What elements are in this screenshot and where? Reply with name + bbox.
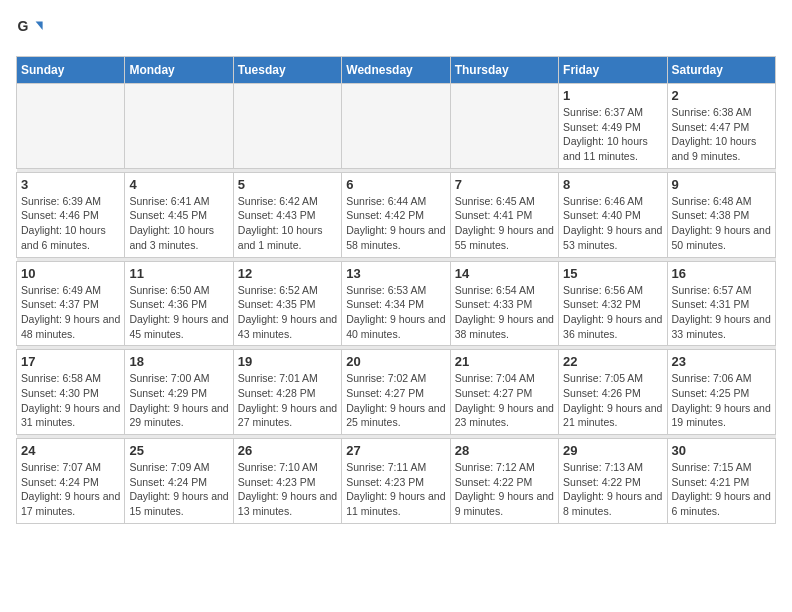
day-number: 17 bbox=[21, 354, 120, 369]
calendar-cell: 2Sunrise: 6:38 AM Sunset: 4:47 PM Daylig… bbox=[667, 84, 775, 169]
calendar-cell bbox=[342, 84, 450, 169]
day-info: Sunrise: 6:39 AM Sunset: 4:46 PM Dayligh… bbox=[21, 194, 120, 253]
day-info: Sunrise: 6:38 AM Sunset: 4:47 PM Dayligh… bbox=[672, 105, 771, 164]
calendar-cell bbox=[125, 84, 233, 169]
calendar-header-monday: Monday bbox=[125, 57, 233, 84]
calendar-cell: 26Sunrise: 7:10 AM Sunset: 4:23 PM Dayli… bbox=[233, 439, 341, 524]
day-number: 26 bbox=[238, 443, 337, 458]
calendar-cell: 4Sunrise: 6:41 AM Sunset: 4:45 PM Daylig… bbox=[125, 172, 233, 257]
day-info: Sunrise: 7:00 AM Sunset: 4:29 PM Dayligh… bbox=[129, 371, 228, 430]
calendar-cell: 21Sunrise: 7:04 AM Sunset: 4:27 PM Dayli… bbox=[450, 350, 558, 435]
day-number: 4 bbox=[129, 177, 228, 192]
svg-text:G: G bbox=[17, 18, 28, 34]
calendar-cell: 28Sunrise: 7:12 AM Sunset: 4:22 PM Dayli… bbox=[450, 439, 558, 524]
day-info: Sunrise: 7:12 AM Sunset: 4:22 PM Dayligh… bbox=[455, 460, 554, 519]
calendar-cell: 15Sunrise: 6:56 AM Sunset: 4:32 PM Dayli… bbox=[559, 261, 667, 346]
day-number: 2 bbox=[672, 88, 771, 103]
day-info: Sunrise: 6:46 AM Sunset: 4:40 PM Dayligh… bbox=[563, 194, 662, 253]
day-info: Sunrise: 7:07 AM Sunset: 4:24 PM Dayligh… bbox=[21, 460, 120, 519]
day-info: Sunrise: 7:15 AM Sunset: 4:21 PM Dayligh… bbox=[672, 460, 771, 519]
day-number: 16 bbox=[672, 266, 771, 281]
logo: G bbox=[16, 16, 48, 44]
day-number: 24 bbox=[21, 443, 120, 458]
day-number: 10 bbox=[21, 266, 120, 281]
day-number: 14 bbox=[455, 266, 554, 281]
calendar-cell: 27Sunrise: 7:11 AM Sunset: 4:23 PM Dayli… bbox=[342, 439, 450, 524]
day-info: Sunrise: 7:06 AM Sunset: 4:25 PM Dayligh… bbox=[672, 371, 771, 430]
calendar-week-2: 3Sunrise: 6:39 AM Sunset: 4:46 PM Daylig… bbox=[17, 172, 776, 257]
day-number: 13 bbox=[346, 266, 445, 281]
day-info: Sunrise: 6:57 AM Sunset: 4:31 PM Dayligh… bbox=[672, 283, 771, 342]
calendar-header-thursday: Thursday bbox=[450, 57, 558, 84]
day-number: 22 bbox=[563, 354, 662, 369]
day-info: Sunrise: 7:09 AM Sunset: 4:24 PM Dayligh… bbox=[129, 460, 228, 519]
day-number: 6 bbox=[346, 177, 445, 192]
day-number: 20 bbox=[346, 354, 445, 369]
calendar-header-row: SundayMondayTuesdayWednesdayThursdayFrid… bbox=[17, 57, 776, 84]
day-number: 21 bbox=[455, 354, 554, 369]
logo-icon: G bbox=[16, 16, 44, 44]
calendar-week-1: 1Sunrise: 6:37 AM Sunset: 4:49 PM Daylig… bbox=[17, 84, 776, 169]
day-info: Sunrise: 6:52 AM Sunset: 4:35 PM Dayligh… bbox=[238, 283, 337, 342]
day-number: 12 bbox=[238, 266, 337, 281]
day-info: Sunrise: 7:11 AM Sunset: 4:23 PM Dayligh… bbox=[346, 460, 445, 519]
day-number: 9 bbox=[672, 177, 771, 192]
calendar-week-5: 24Sunrise: 7:07 AM Sunset: 4:24 PM Dayli… bbox=[17, 439, 776, 524]
header: G bbox=[16, 16, 776, 44]
calendar-table: SundayMondayTuesdayWednesdayThursdayFrid… bbox=[16, 56, 776, 524]
calendar-cell: 30Sunrise: 7:15 AM Sunset: 4:21 PM Dayli… bbox=[667, 439, 775, 524]
calendar-cell: 7Sunrise: 6:45 AM Sunset: 4:41 PM Daylig… bbox=[450, 172, 558, 257]
calendar-header-saturday: Saturday bbox=[667, 57, 775, 84]
calendar-cell: 20Sunrise: 7:02 AM Sunset: 4:27 PM Dayli… bbox=[342, 350, 450, 435]
calendar-week-4: 17Sunrise: 6:58 AM Sunset: 4:30 PM Dayli… bbox=[17, 350, 776, 435]
calendar-header-wednesday: Wednesday bbox=[342, 57, 450, 84]
calendar-cell: 5Sunrise: 6:42 AM Sunset: 4:43 PM Daylig… bbox=[233, 172, 341, 257]
calendar-cell: 1Sunrise: 6:37 AM Sunset: 4:49 PM Daylig… bbox=[559, 84, 667, 169]
day-info: Sunrise: 6:37 AM Sunset: 4:49 PM Dayligh… bbox=[563, 105, 662, 164]
day-number: 15 bbox=[563, 266, 662, 281]
day-number: 30 bbox=[672, 443, 771, 458]
calendar-cell: 12Sunrise: 6:52 AM Sunset: 4:35 PM Dayli… bbox=[233, 261, 341, 346]
day-number: 5 bbox=[238, 177, 337, 192]
calendar-cell: 3Sunrise: 6:39 AM Sunset: 4:46 PM Daylig… bbox=[17, 172, 125, 257]
day-info: Sunrise: 6:53 AM Sunset: 4:34 PM Dayligh… bbox=[346, 283, 445, 342]
day-number: 25 bbox=[129, 443, 228, 458]
calendar-cell: 11Sunrise: 6:50 AM Sunset: 4:36 PM Dayli… bbox=[125, 261, 233, 346]
day-info: Sunrise: 6:54 AM Sunset: 4:33 PM Dayligh… bbox=[455, 283, 554, 342]
day-info: Sunrise: 7:04 AM Sunset: 4:27 PM Dayligh… bbox=[455, 371, 554, 430]
day-number: 1 bbox=[563, 88, 662, 103]
calendar-cell: 24Sunrise: 7:07 AM Sunset: 4:24 PM Dayli… bbox=[17, 439, 125, 524]
calendar-cell: 16Sunrise: 6:57 AM Sunset: 4:31 PM Dayli… bbox=[667, 261, 775, 346]
calendar-header-sunday: Sunday bbox=[17, 57, 125, 84]
calendar-cell: 10Sunrise: 6:49 AM Sunset: 4:37 PM Dayli… bbox=[17, 261, 125, 346]
calendar-cell: 22Sunrise: 7:05 AM Sunset: 4:26 PM Dayli… bbox=[559, 350, 667, 435]
day-info: Sunrise: 7:02 AM Sunset: 4:27 PM Dayligh… bbox=[346, 371, 445, 430]
day-info: Sunrise: 6:49 AM Sunset: 4:37 PM Dayligh… bbox=[21, 283, 120, 342]
calendar-cell: 8Sunrise: 6:46 AM Sunset: 4:40 PM Daylig… bbox=[559, 172, 667, 257]
day-info: Sunrise: 6:56 AM Sunset: 4:32 PM Dayligh… bbox=[563, 283, 662, 342]
calendar-cell: 25Sunrise: 7:09 AM Sunset: 4:24 PM Dayli… bbox=[125, 439, 233, 524]
calendar-cell: 14Sunrise: 6:54 AM Sunset: 4:33 PM Dayli… bbox=[450, 261, 558, 346]
day-number: 18 bbox=[129, 354, 228, 369]
day-info: Sunrise: 6:44 AM Sunset: 4:42 PM Dayligh… bbox=[346, 194, 445, 253]
calendar-cell: 18Sunrise: 7:00 AM Sunset: 4:29 PM Dayli… bbox=[125, 350, 233, 435]
calendar-cell bbox=[17, 84, 125, 169]
day-number: 29 bbox=[563, 443, 662, 458]
calendar-week-3: 10Sunrise: 6:49 AM Sunset: 4:37 PM Dayli… bbox=[17, 261, 776, 346]
day-number: 27 bbox=[346, 443, 445, 458]
calendar-cell: 6Sunrise: 6:44 AM Sunset: 4:42 PM Daylig… bbox=[342, 172, 450, 257]
calendar-cell: 9Sunrise: 6:48 AM Sunset: 4:38 PM Daylig… bbox=[667, 172, 775, 257]
calendar-cell bbox=[450, 84, 558, 169]
calendar-header-tuesday: Tuesday bbox=[233, 57, 341, 84]
day-info: Sunrise: 6:58 AM Sunset: 4:30 PM Dayligh… bbox=[21, 371, 120, 430]
calendar-cell bbox=[233, 84, 341, 169]
svg-marker-1 bbox=[36, 22, 43, 30]
calendar-cell: 29Sunrise: 7:13 AM Sunset: 4:22 PM Dayli… bbox=[559, 439, 667, 524]
day-number: 3 bbox=[21, 177, 120, 192]
day-info: Sunrise: 7:13 AM Sunset: 4:22 PM Dayligh… bbox=[563, 460, 662, 519]
calendar-header-friday: Friday bbox=[559, 57, 667, 84]
day-number: 23 bbox=[672, 354, 771, 369]
day-number: 19 bbox=[238, 354, 337, 369]
day-info: Sunrise: 6:50 AM Sunset: 4:36 PM Dayligh… bbox=[129, 283, 228, 342]
day-info: Sunrise: 7:05 AM Sunset: 4:26 PM Dayligh… bbox=[563, 371, 662, 430]
